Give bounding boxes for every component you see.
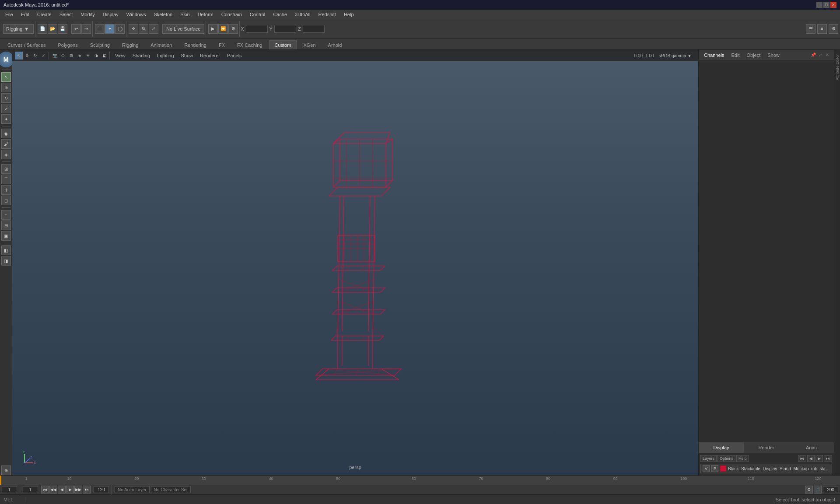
layer-color-swatch[interactable] <box>720 466 726 472</box>
tab-fx-caching[interactable]: FX Caching <box>231 40 268 49</box>
vp-select-btn[interactable]: ↖ <box>15 52 23 60</box>
prev-frame-btn[interactable]: ⏮ <box>41 486 49 494</box>
layers-btn[interactable]: Layers <box>700 455 717 462</box>
channels-tab[interactable]: Channels <box>702 52 726 59</box>
timeline-settings-btn[interactable]: ⚙ <box>805 486 813 494</box>
menu-help[interactable]: Help <box>340 11 357 18</box>
object-tab[interactable]: Object <box>745 52 762 59</box>
vp-move-btn[interactable]: ⊕ <box>23 52 31 60</box>
tab-custom[interactable]: Custom <box>269 40 297 49</box>
viewport[interactable]: ↖ ⊕ ↻ ⤢ 📷 ⬡ ⊞ ◈ ☀ ◑ ⬕ View Shading Light… <box>12 50 698 475</box>
tab-arnold[interactable]: Arnold <box>322 40 348 49</box>
layer-p-indicator[interactable]: P <box>711 465 718 472</box>
tab-rendering[interactable]: Rendering <box>178 40 212 49</box>
timeline-ruler[interactable]: 1 10 20 30 40 50 60 70 80 90 100 110 120 <box>0 476 840 485</box>
snap-curve[interactable]: ⌒ <box>1 175 11 184</box>
render-btn[interactable]: ▶ <box>208 24 218 34</box>
render-layer[interactable]: ▣ <box>1 231 11 241</box>
vp-color-btn[interactable]: ◑ <box>92 52 100 60</box>
rotate-tool[interactable]: ↻ <box>1 93 11 103</box>
vp-xray-btn[interactable]: ⬕ <box>101 52 108 60</box>
new-btn[interactable]: 📄 <box>38 24 47 34</box>
attr-editor-toggle[interactable]: ≡ <box>817 24 827 34</box>
menu-display[interactable]: Display <box>99 11 122 18</box>
vp-persp-btn[interactable]: ⬡ <box>59 52 67 60</box>
maximize-button[interactable]: □ <box>823 2 830 8</box>
redo-btn[interactable]: ↪ <box>81 24 91 34</box>
menu-deform[interactable]: Deform <box>194 11 217 18</box>
step-back-btn[interactable]: ◀◀ <box>49 486 57 494</box>
vp-shade-btn[interactable]: ◈ <box>76 52 84 60</box>
layer-next-btn[interactable]: ▶ <box>816 455 823 462</box>
end-btn[interactable]: ⏭ <box>83 486 91 494</box>
menu-edit[interactable]: Edit <box>18 11 33 18</box>
soft-select-tool[interactable]: ◉ <box>1 129 11 138</box>
vp-grid-btn[interactable]: ⊞ <box>67 52 75 60</box>
vp-shading-menu[interactable]: Shading <box>130 52 153 59</box>
tab-xgen[interactable]: XGen <box>298 40 321 49</box>
render-settings-btn[interactable]: ⚙ <box>228 24 238 34</box>
frame-input[interactable] <box>2 486 17 493</box>
vp-show-menu[interactable]: Show <box>178 52 196 59</box>
layer-end-btn[interactable]: ⏭ <box>824 455 832 462</box>
history-toggle[interactable]: ≡ <box>1 210 11 220</box>
bottom-tool[interactable]: ⊕ <box>1 466 11 475</box>
range-start-input[interactable] <box>23 486 38 493</box>
sculpt-tool[interactable]: ◈ <box>1 150 11 159</box>
z-input[interactable] <box>303 25 325 33</box>
status-input[interactable] <box>29 496 772 503</box>
paint-tool[interactable]: 🖌 <box>1 139 11 149</box>
vp-light-btn[interactable]: ☀ <box>84 52 92 60</box>
rotate-btn[interactable]: ↻ <box>139 24 148 34</box>
vp-lighting-menu[interactable]: Lighting <box>154 52 177 59</box>
y-input[interactable] <box>274 25 296 33</box>
display-tab[interactable]: Display <box>699 442 744 453</box>
layer-row[interactable]: V P Black_Stackable_Display_Stand_Mockup… <box>700 464 832 473</box>
menu-skeleton[interactable]: Skeleton <box>150 11 176 18</box>
vp-renderer-menu[interactable]: Renderer <box>197 52 223 59</box>
options-btn[interactable]: Options <box>718 455 735 462</box>
move-tool[interactable]: ⊕ <box>1 83 11 92</box>
undo-btn[interactable]: ↩ <box>71 24 81 34</box>
tab-curves-surfaces[interactable]: Curves / Surfaces <box>2 40 51 49</box>
select-tool[interactable]: ↖ <box>1 72 11 82</box>
save-btn[interactable]: 💾 <box>58 24 67 34</box>
tab-fx[interactable]: FX <box>213 40 231 49</box>
menu-control[interactable]: Control <box>246 11 269 18</box>
lasso-btn[interactable]: ◯ <box>115 24 125 34</box>
menu-skin[interactable]: Skin <box>177 11 193 18</box>
vp-panels-menu[interactable]: Panels <box>224 52 245 59</box>
scale-tool[interactable]: ⤢ <box>1 104 11 113</box>
playback-end-input[interactable] <box>823 486 838 493</box>
snap-view[interactable]: ◻ <box>1 196 11 205</box>
layer-rewind-btn[interactable]: ⏮ <box>798 455 806 462</box>
snap-point[interactable]: ✛ <box>1 185 11 195</box>
cb-close-icon[interactable]: ✕ <box>824 52 830 58</box>
snap-grid[interactable]: ⊞ <box>1 164 11 174</box>
move-btn[interactable]: ✛ <box>129 24 138 34</box>
render-all-btn[interactable]: ⏩ <box>218 24 228 34</box>
extra-tool-1[interactable]: ◧ <box>1 245 11 255</box>
range-end-input[interactable] <box>94 486 109 493</box>
menu-file[interactable]: File <box>2 11 17 18</box>
x-input[interactable] <box>246 25 268 33</box>
vp-scale-btn[interactable]: ⤢ <box>40 52 48 60</box>
tool-settings-toggle[interactable]: ⚙ <box>829 24 838 34</box>
cb-pin-icon[interactable]: 📌 <box>810 52 816 58</box>
menu-redshift[interactable]: Redshift <box>315 11 340 18</box>
edit-tab[interactable]: Edit <box>729 52 741 59</box>
play-btn[interactable]: ▶ <box>66 486 74 494</box>
prev-btn[interactable]: ◀ <box>58 486 66 494</box>
anim-layer-label[interactable]: No Anim Layer <box>115 486 150 493</box>
vp-view-menu[interactable]: View <box>112 52 128 59</box>
tab-polygons[interactable]: Polygons <box>52 40 83 49</box>
minimize-button[interactable]: ─ <box>816 2 822 8</box>
menu-create[interactable]: Create <box>34 11 55 18</box>
layer-v-indicator[interactable]: V <box>703 465 710 472</box>
display-layer[interactable]: ⊟ <box>1 220 11 230</box>
layer-prev-btn[interactable]: ◀ <box>807 455 815 462</box>
menu-windows[interactable]: Windows <box>123 11 150 18</box>
character-set-btn[interactable]: No Character Set <box>151 486 191 493</box>
universal-tool[interactable]: ✦ <box>1 114 11 124</box>
menu-3dtool[interactable]: 3DtoAll <box>291 11 314 18</box>
